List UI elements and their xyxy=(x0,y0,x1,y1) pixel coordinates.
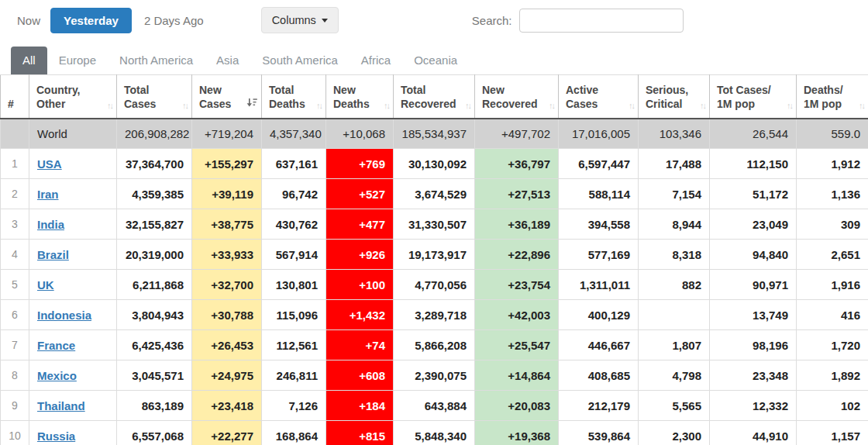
column-header-new_cases[interactable]: NewCases xyxy=(192,75,262,119)
country-link[interactable]: Mexico xyxy=(37,369,77,382)
covid-stats-table: #Country,Other↑↓TotalCases↑↓NewCasesTota… xyxy=(0,74,868,445)
column-header-label: TotalRecovered xyxy=(401,83,459,111)
cell-new_recovered: +25,547 xyxy=(475,330,559,360)
cell-deaths_1m: 1,912 xyxy=(797,149,868,179)
time-filter-now-button[interactable]: Now xyxy=(9,9,48,33)
cell-total_cases: 6,557,068 xyxy=(117,421,192,445)
cell-tot_cases_1m: 90,971 xyxy=(710,270,797,300)
cell-total_deaths: 7,126 xyxy=(262,391,326,421)
country-link[interactable]: Indonesia xyxy=(37,309,91,322)
cell-new_deaths: +184 xyxy=(326,391,394,421)
country-link[interactable]: France xyxy=(37,339,75,352)
cell-tot_cases_1m: 23,049 xyxy=(710,209,797,240)
cell-country: France xyxy=(29,330,117,360)
column-header-deaths_1m[interactable]: Deaths/1M pop↑↓ xyxy=(797,75,868,119)
cell-total_deaths: 115,096 xyxy=(262,300,326,330)
cell-serious_critical: 17,488 xyxy=(639,149,710,179)
cell-new_deaths: +608 xyxy=(326,360,394,391)
cell-tot_cases_1m: 51,172 xyxy=(710,179,797,209)
sort-both-icon: ↑↓ xyxy=(107,102,112,110)
cell-new_deaths: +477 xyxy=(326,209,394,240)
tab-all[interactable]: All xyxy=(11,47,47,74)
tab-asia[interactable]: Asia xyxy=(205,47,250,74)
cell-new_deaths: +74 xyxy=(326,330,394,360)
column-header-serious_critical[interactable]: Serious,Critical↑↓ xyxy=(639,75,710,119)
column-header-total_deaths[interactable]: TotalDeaths↑↓ xyxy=(262,75,326,119)
cell-total_deaths: 4,357,340 xyxy=(262,119,326,149)
column-header-label: ActiveCases xyxy=(566,83,622,111)
cell-new_cases: +24,975 xyxy=(192,360,262,391)
column-header-country[interactable]: Country,Other↑↓ xyxy=(29,75,117,119)
cell-new_recovered: +497,702 xyxy=(475,119,559,149)
column-header-total_recovered[interactable]: TotalRecovered↑↓ xyxy=(394,75,475,119)
cell-serious_critical: 882 xyxy=(639,270,710,300)
column-header-label: NewCases xyxy=(199,83,246,111)
country-link[interactable]: Brazil xyxy=(37,248,69,261)
country-link[interactable]: Russia xyxy=(37,429,75,443)
table-row: 3India32,155,827+38,775430,762+47731,330… xyxy=(1,209,868,240)
column-header-label: NewDeaths xyxy=(333,83,377,111)
cell-total_recovered: 4,770,056 xyxy=(394,270,475,300)
cell-new_recovered: +22,896 xyxy=(475,240,559,270)
cell-tot_cases_1m: 23,348 xyxy=(710,360,797,391)
cell-country: Iran xyxy=(29,179,117,209)
cell-serious_critical: 103,346 xyxy=(639,119,710,149)
cell-country: Russia xyxy=(29,421,117,445)
country-link[interactable]: UK xyxy=(37,278,54,291)
tab-africa[interactable]: Africa xyxy=(350,47,402,74)
column-header-label: Deaths/1M pop xyxy=(804,83,852,111)
cell-deaths_1m: 1,892 xyxy=(797,360,868,391)
sort-both-icon: ↑↓ xyxy=(700,102,705,110)
cell-active_cases: 6,597,447 xyxy=(559,149,639,179)
cell-rank: 8 xyxy=(1,360,29,391)
country-link[interactable]: Iran xyxy=(37,188,59,201)
column-header-label: TotalDeaths xyxy=(269,83,310,111)
time-filter-yesterday-button[interactable]: Yesterday xyxy=(50,8,132,33)
cell-rank: 4 xyxy=(1,240,29,270)
cell-total_deaths: 112,561 xyxy=(262,330,326,360)
cell-rank: 2 xyxy=(1,179,29,209)
table-header-row: #Country,Other↑↓TotalCases↑↓NewCasesTota… xyxy=(1,75,868,119)
column-header-tot_cases_1m[interactable]: Tot Cases/1M pop↑↓ xyxy=(710,75,797,119)
cell-country: Brazil xyxy=(29,240,117,270)
tab-europe[interactable]: Europe xyxy=(47,47,108,74)
column-header-new_deaths[interactable]: NewDeaths↑↓ xyxy=(326,75,394,119)
tab-south-america[interactable]: South America xyxy=(250,47,350,74)
cell-deaths_1m: 309 xyxy=(797,209,868,240)
cell-deaths_1m: 416 xyxy=(797,300,868,330)
cell-serious_critical: 8,318 xyxy=(639,240,710,270)
sort-both-icon: ↑↓ xyxy=(316,102,322,110)
columns-dropdown-label: Columns xyxy=(272,14,316,26)
tab-oceania[interactable]: Oceania xyxy=(402,47,469,74)
sort-both-icon: ↑↓ xyxy=(384,102,389,110)
cell-total_recovered: 3,674,529 xyxy=(394,179,475,209)
cell-rank: 7 xyxy=(1,330,29,360)
table-row: 4Brazil20,319,000+33,933567,914+92619,17… xyxy=(1,240,868,270)
columns-dropdown-button[interactable]: Columns xyxy=(261,7,339,33)
column-header-active_cases[interactable]: ActiveCases↑↓ xyxy=(559,75,639,119)
tab-north-america[interactable]: North America xyxy=(108,47,205,74)
cell-total_recovered: 19,173,917 xyxy=(394,240,475,270)
cell-new_recovered: +14,864 xyxy=(475,360,559,391)
country-link[interactable]: Thailand xyxy=(37,399,85,412)
column-header-new_recovered[interactable]: NewRecovered↑↓ xyxy=(475,75,559,119)
cell-serious_critical: 2,300 xyxy=(639,421,710,445)
cell-new_cases: +719,204 xyxy=(192,119,262,149)
column-header-total_cases[interactable]: TotalCases↑↓ xyxy=(117,75,192,119)
cell-total_recovered: 30,130,092 xyxy=(394,149,475,179)
cell-country: India xyxy=(29,209,117,240)
cell-total_recovered: 31,330,507 xyxy=(394,209,475,240)
table-row: 8Mexico3,045,571+24,975246,811+6082,390,… xyxy=(1,360,868,391)
cell-new_cases: +38,775 xyxy=(192,209,262,240)
cell-rank: 6 xyxy=(1,300,29,330)
cell-new_cases: +22,277 xyxy=(192,421,262,445)
search-input[interactable] xyxy=(519,9,684,33)
cell-total_recovered: 643,884 xyxy=(394,391,475,421)
time-filter-2-days-ago-button[interactable]: 2 Days Ago xyxy=(136,9,212,33)
cell-tot_cases_1m: 12,332 xyxy=(710,391,797,421)
country-link[interactable]: India xyxy=(37,218,64,231)
country-link[interactable]: USA xyxy=(37,157,62,171)
column-header-label: Serious,Critical xyxy=(646,83,694,111)
cell-active_cases: 446,667 xyxy=(559,330,639,360)
cell-country: Thailand xyxy=(29,391,117,421)
